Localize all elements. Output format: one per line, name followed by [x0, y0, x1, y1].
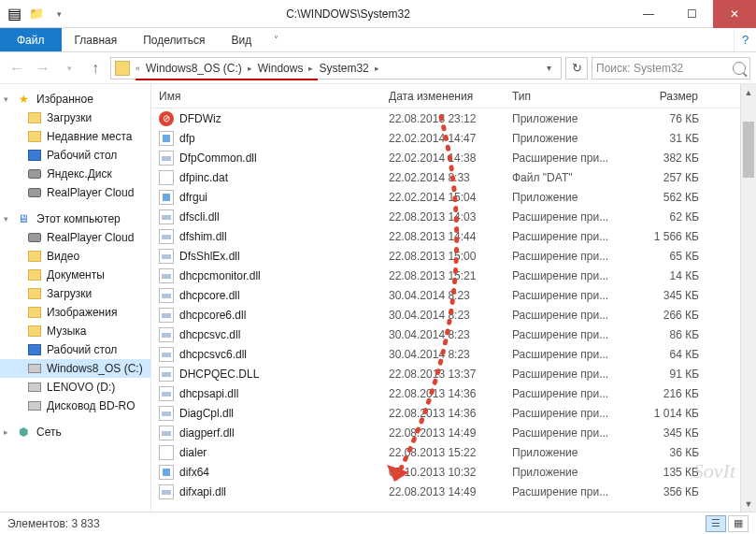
- search-icon: [733, 62, 746, 75]
- forward-button[interactable]: →: [32, 57, 54, 79]
- file-size: 1 566 КБ: [624, 230, 710, 243]
- chevron-right-icon[interactable]: ▸: [373, 64, 381, 73]
- sidebar-item[interactable]: Рабочий стол: [0, 340, 150, 359]
- sidebar-item[interactable]: Музыка: [0, 322, 150, 340]
- sidebar-item-label: Windows8_OS (C:): [47, 362, 143, 375]
- sidebar-item[interactable]: Недавние места: [0, 127, 150, 146]
- vertical-scrollbar[interactable]: ▲ ▼: [740, 84, 756, 512]
- ribbon-tab-home[interactable]: Главная: [62, 28, 131, 51]
- file-icon: [159, 386, 174, 401]
- sidebar-item[interactable]: Рабочий стол: [0, 146, 150, 165]
- column-size[interactable]: Размер: [624, 90, 710, 103]
- file-type: Расширение при...: [505, 230, 624, 243]
- ribbon-tab-share[interactable]: Поделиться: [130, 28, 218, 51]
- file-row[interactable]: dfscli.dll22.08.2013 14:03Расширение при…: [151, 207, 756, 226]
- column-type[interactable]: Тип: [505, 90, 624, 103]
- quick-access-toolbar: ▤ 📁 ▾: [0, 4, 69, 24]
- sidebar-item-label: Рабочий стол: [47, 343, 117, 356]
- sidebar-item[interactable]: Видео: [0, 247, 150, 266]
- sidebar-item[interactable]: Загрузки: [0, 108, 150, 127]
- file-name: dhcpcore6.dll: [179, 309, 246, 322]
- sidebar-network-header[interactable]: ▸ ⬢ Сеть: [0, 423, 150, 441]
- fold-icon: [28, 269, 41, 281]
- ribbon-file-tab[interactable]: Файл: [0, 28, 62, 51]
- sidebar-item-label: Документы: [47, 268, 105, 281]
- qat-newfolder-icon[interactable]: 📁: [26, 4, 47, 24]
- chevron-right-icon[interactable]: ▸: [246, 64, 254, 73]
- up-button[interactable]: ↑: [84, 57, 107, 79]
- file-row[interactable]: diagperf.dll22.08.2013 14:49Расширение п…: [151, 423, 756, 442]
- breadcrumb-windows[interactable]: Windows: [254, 62, 307, 75]
- file-row[interactable]: dhcpsapi.dll22.08.2013 14:36Расширение п…: [151, 383, 756, 403]
- file-row[interactable]: dhcpcore6.dll30.04.2014 8:23Расширение п…: [151, 305, 756, 325]
- file-row[interactable]: DHCPQEC.DLL22.08.2013 13:37Расширение пр…: [151, 364, 756, 383]
- breadcrumb[interactable]: « Windows8_OS (C:) ▸ Windows ▸ System32 …: [110, 57, 562, 79]
- file-row[interactable]: dfrgui22.02.2014 15:04Приложение562 КБ: [151, 187, 756, 207]
- ribbon-tab-view[interactable]: Вид: [218, 28, 264, 51]
- breadcrumb-overflow[interactable]: «: [134, 64, 142, 73]
- maximize-button[interactable]: ☐: [670, 0, 713, 28]
- sidebar-item[interactable]: LENOVO (D:): [0, 378, 150, 397]
- file-name: dfscli.dll: [179, 210, 220, 224]
- sidebar-item-label: RealPlayer Cloud: [47, 231, 134, 244]
- file-row[interactable]: ⊘DFDWiz22.08.2013 23:12Приложение76 КБ: [151, 108, 756, 128]
- breadcrumb-drive[interactable]: Windows8_OS (C:): [142, 62, 246, 75]
- column-date[interactable]: Дата изменения: [381, 90, 505, 103]
- file-size: 356 КБ: [624, 485, 710, 498]
- file-row[interactable]: difx6405.10.2013 10:32Приложение135 КБ: [151, 462, 756, 482]
- help-icon[interactable]: ?: [734, 28, 756, 51]
- scroll-down-icon[interactable]: ▼: [741, 496, 756, 512]
- file-row[interactable]: dhcpcsvc6.dll30.04.2014 8:23Расширение п…: [151, 344, 756, 364]
- file-icon: [159, 426, 174, 440]
- sidebar-item[interactable]: Изображения: [0, 303, 150, 322]
- view-thumbnails-button[interactable]: ▦: [728, 515, 749, 532]
- file-row[interactable]: dialer22.08.2013 15:22Приложение36 КБ: [151, 442, 756, 462]
- scroll-up-icon[interactable]: ▲: [741, 84, 756, 100]
- file-name: DfsShlEx.dll: [179, 250, 240, 263]
- drive-icon: [28, 401, 41, 411]
- file-icon: ⊘: [159, 111, 174, 126]
- file-row[interactable]: difxapi.dll22.08.2013 14:49Расширение пр…: [151, 482, 756, 501]
- sidebar-favorites-header[interactable]: ▾ ★ Избранное: [0, 90, 150, 108]
- file-type: Файл "DAT": [505, 171, 624, 184]
- sidebar-item[interactable]: RealPlayer Cloud: [0, 183, 150, 202]
- ribbon: Файл Главная Поделиться Вид ˅ ?: [0, 28, 756, 52]
- file-row[interactable]: DfpCommon.dll22.02.2014 14:38Расширение …: [151, 148, 756, 167]
- refresh-button[interactable]: ↻: [565, 57, 588, 79]
- file-row[interactable]: DfsShlEx.dll22.08.2013 15:00Расширение п…: [151, 246, 756, 266]
- qat-dropdown-icon[interactable]: ▾: [49, 4, 69, 24]
- file-type: Приложение: [505, 191, 624, 204]
- sidebar-item[interactable]: Загрузки: [0, 284, 150, 303]
- sidebar-item[interactable]: RealPlayer Cloud: [0, 228, 150, 247]
- breadcrumb-dropdown-icon[interactable]: ▾: [541, 63, 557, 73]
- ribbon-collapse-icon[interactable]: ˅: [264, 28, 287, 51]
- sidebar-item[interactable]: Документы: [0, 266, 150, 284]
- file-icon: [159, 445, 174, 460]
- file-date: 30.04.2014 8:23: [381, 289, 505, 302]
- file-row[interactable]: dfshim.dll22.08.2013 14:44Расширение при…: [151, 226, 756, 246]
- file-date: 22.08.2013 14:44: [381, 230, 505, 243]
- file-row[interactable]: dhcpcsvc.dll30.04.2014 8:23Расширение пр…: [151, 325, 756, 344]
- minimize-button[interactable]: —: [627, 0, 670, 28]
- sidebar-item-label: Загрузки: [47, 287, 92, 300]
- file-row[interactable]: dfp22.02.2014 14:47Приложение31 КБ: [151, 128, 756, 148]
- recent-dropdown-icon[interactable]: ▾: [58, 57, 80, 79]
- view-details-button[interactable]: ☰: [706, 515, 726, 532]
- file-row[interactable]: DiagCpl.dll22.08.2013 14:36Расширение пр…: [151, 403, 756, 423]
- file-row[interactable]: dhcpcmonitor.dll22.08.2013 15:21Расширен…: [151, 266, 756, 285]
- file-size: 1 014 КБ: [624, 407, 710, 420]
- file-row[interactable]: dhcpcore.dll30.04.2014 8:23Расширение пр…: [151, 285, 756, 305]
- back-button[interactable]: ←: [6, 57, 28, 79]
- sidebar-computer-header[interactable]: ▾ 🖥 Этот компьютер: [0, 209, 150, 228]
- search-input[interactable]: Поиск: System32: [592, 57, 750, 79]
- sidebar-item[interactable]: Windows8_OS (C:): [0, 359, 150, 378]
- qat-properties-icon[interactable]: ▤: [4, 4, 24, 24]
- column-name[interactable]: Имя: [151, 90, 381, 103]
- close-button[interactable]: ✕: [713, 0, 756, 28]
- chevron-right-icon[interactable]: ▸: [307, 64, 315, 73]
- sidebar-item[interactable]: Дисковод BD-RO: [0, 397, 150, 415]
- breadcrumb-system32[interactable]: System32: [315, 62, 372, 75]
- file-row[interactable]: dfpinc.dat22.02.2014 8:33Файл "DAT"257 К…: [151, 167, 756, 187]
- scroll-thumb[interactable]: [743, 122, 754, 178]
- sidebar-item[interactable]: Яндекс.Диск: [0, 165, 150, 183]
